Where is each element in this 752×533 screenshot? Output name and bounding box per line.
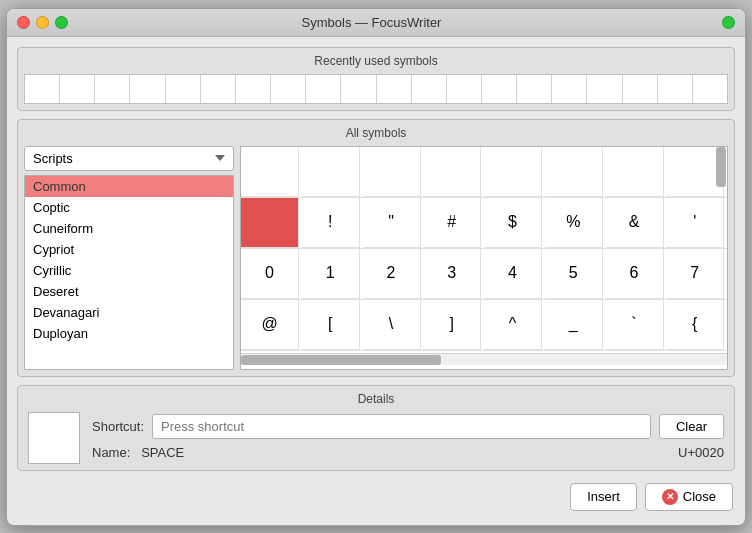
symbol-cell-at[interactable]: @ bbox=[241, 300, 299, 350]
symbol-cell-hash[interactable]: # bbox=[423, 198, 481, 248]
symbol-cell-caret[interactable]: ^ bbox=[484, 300, 542, 350]
details-title: Details bbox=[28, 392, 724, 406]
symbol-cell-5[interactable]: 5 bbox=[545, 249, 603, 299]
script-item-cuneiform[interactable]: Cuneiform bbox=[25, 218, 233, 239]
details-fields: Shortcut: Clear Name: SPACE U+0020 bbox=[92, 412, 724, 460]
symbols-grid-outer: ! " # $ % & ' 0 1 2 3 4 bbox=[240, 146, 728, 370]
symbol-cell-lbrace[interactable]: { bbox=[666, 300, 724, 350]
symbol-row-0 bbox=[241, 147, 727, 198]
script-item-deseret[interactable]: Deseret bbox=[25, 281, 233, 302]
scripts-list[interactable]: Common Coptic Cuneiform Cypriot Cyrillic… bbox=[24, 175, 234, 370]
recent-cell-1[interactable] bbox=[25, 75, 59, 103]
name-label: Name: bbox=[92, 445, 130, 460]
recent-cell-18[interactable] bbox=[623, 75, 657, 103]
symbol-cell-4[interactable]: 4 bbox=[484, 249, 542, 299]
script-item-devanagari[interactable]: Devanagari bbox=[25, 302, 233, 323]
script-item-common[interactable]: Common bbox=[25, 176, 233, 197]
shortcut-row: Shortcut: Clear bbox=[92, 414, 724, 439]
clear-button[interactable]: Clear bbox=[659, 414, 724, 439]
symbol-cell-backslash[interactable]: \ bbox=[363, 300, 421, 350]
script-item-cyrillic[interactable]: Cyrillic bbox=[25, 260, 233, 281]
vscrollbar-thumb[interactable] bbox=[716, 147, 726, 187]
recent-cell-9[interactable] bbox=[306, 75, 340, 103]
recent-cell-13[interactable] bbox=[447, 75, 481, 103]
minimize-window-button[interactable] bbox=[36, 16, 49, 29]
status-indicator bbox=[722, 16, 735, 29]
symbol-cell-rbracket[interactable]: ] bbox=[423, 300, 481, 350]
all-symbols-inner: Scripts Common Coptic Cuneiform Cypriot … bbox=[24, 146, 728, 370]
recent-cell-14[interactable] bbox=[482, 75, 516, 103]
symbol-cell-3[interactable]: 3 bbox=[423, 249, 481, 299]
script-item-cypriot[interactable]: Cypriot bbox=[25, 239, 233, 260]
main-window: Symbols — FocusWriter Recently used symb… bbox=[6, 8, 746, 526]
title-bar: Symbols — FocusWriter bbox=[7, 9, 745, 37]
symbol-cell-empty-6[interactable] bbox=[545, 147, 603, 197]
close-button[interactable]: ✕ Close bbox=[645, 483, 733, 511]
name-text: Name: SPACE bbox=[92, 445, 184, 460]
recent-cell-5[interactable] bbox=[166, 75, 200, 103]
symbol-cell-percent[interactable]: % bbox=[545, 198, 603, 248]
scripts-sidebar: Scripts Common Coptic Cuneiform Cypriot … bbox=[24, 146, 234, 370]
recent-cell-7[interactable] bbox=[236, 75, 270, 103]
close-icon: ✕ bbox=[662, 489, 678, 505]
recent-cell-2[interactable] bbox=[60, 75, 94, 103]
symbol-cell-empty-3[interactable] bbox=[363, 147, 421, 197]
recent-cell-19[interactable] bbox=[658, 75, 692, 103]
symbol-cell-backtick[interactable]: ` bbox=[606, 300, 664, 350]
all-symbols-title: All symbols bbox=[24, 126, 728, 140]
symbol-cell-quote[interactable]: " bbox=[363, 198, 421, 248]
hscrollbar-thumb[interactable] bbox=[241, 355, 441, 365]
recent-cell-12[interactable] bbox=[412, 75, 446, 103]
script-item-duployan[interactable]: Duployan bbox=[25, 323, 233, 344]
window-controls bbox=[17, 16, 68, 29]
close-window-button[interactable] bbox=[17, 16, 30, 29]
symbol-cell-space[interactable] bbox=[241, 198, 299, 248]
name-value: SPACE bbox=[141, 445, 184, 460]
symbol-row-1: ! " # $ % & ' bbox=[241, 198, 727, 249]
symbol-cell-empty-4[interactable] bbox=[423, 147, 481, 197]
all-symbols-panel: All symbols Scripts Common Coptic Cuneif… bbox=[17, 119, 735, 377]
recently-used-grid bbox=[24, 74, 728, 104]
symbol-cell-empty-1[interactable] bbox=[241, 147, 299, 197]
symbol-cell-underscore[interactable]: _ bbox=[545, 300, 603, 350]
recently-used-panel: Recently used symbols bbox=[17, 47, 735, 111]
window-content: Recently used symbols bbox=[7, 37, 745, 525]
recent-cell-15[interactable] bbox=[517, 75, 551, 103]
window-title: Symbols — FocusWriter bbox=[68, 15, 675, 30]
symbol-cell-apos[interactable]: ' bbox=[666, 198, 724, 248]
symbol-row-2: 0 1 2 3 4 5 6 7 bbox=[241, 249, 727, 300]
recent-cell-16[interactable] bbox=[552, 75, 586, 103]
symbols-hscrollbar[interactable] bbox=[241, 353, 727, 365]
recent-cell-3[interactable] bbox=[95, 75, 129, 103]
maximize-window-button[interactable] bbox=[55, 16, 68, 29]
symbol-cell-exclaim[interactable]: ! bbox=[302, 198, 360, 248]
details-inner: Shortcut: Clear Name: SPACE U+0020 bbox=[28, 412, 724, 464]
shortcut-label: Shortcut: bbox=[92, 419, 144, 434]
recent-cell-6[interactable] bbox=[201, 75, 235, 103]
symbol-cell-7[interactable]: 7 bbox=[666, 249, 724, 299]
shortcut-input[interactable] bbox=[152, 414, 651, 439]
scripts-dropdown[interactable]: Scripts bbox=[24, 146, 234, 171]
symbol-cell-empty-2[interactable] bbox=[302, 147, 360, 197]
symbol-cell-1[interactable]: 1 bbox=[302, 249, 360, 299]
symbol-cell-0[interactable]: 0 bbox=[241, 249, 299, 299]
symbol-cell-empty-5[interactable] bbox=[484, 147, 542, 197]
recent-cell-10[interactable] bbox=[341, 75, 375, 103]
recently-used-title: Recently used symbols bbox=[24, 54, 728, 68]
insert-button[interactable]: Insert bbox=[570, 483, 637, 511]
details-panel: Details Shortcut: Clear Name: SPACE bbox=[17, 385, 735, 471]
symbol-cell-ampersand[interactable]: & bbox=[606, 198, 664, 248]
recent-cell-17[interactable] bbox=[587, 75, 621, 103]
symbol-cell-lbracket[interactable]: [ bbox=[302, 300, 360, 350]
recent-cell-4[interactable] bbox=[130, 75, 164, 103]
recent-cell-11[interactable] bbox=[377, 75, 411, 103]
recent-cell-8[interactable] bbox=[271, 75, 305, 103]
symbol-cell-6[interactable]: 6 bbox=[606, 249, 664, 299]
recent-cell-20[interactable] bbox=[693, 75, 727, 103]
symbol-cell-2[interactable]: 2 bbox=[363, 249, 421, 299]
symbol-row-3: @ [ \ ] ^ _ ` { bbox=[241, 300, 727, 351]
symbol-cell-dollar[interactable]: $ bbox=[484, 198, 542, 248]
script-item-coptic[interactable]: Coptic bbox=[25, 197, 233, 218]
symbol-cell-empty-7[interactable] bbox=[606, 147, 664, 197]
title-right bbox=[675, 16, 735, 29]
